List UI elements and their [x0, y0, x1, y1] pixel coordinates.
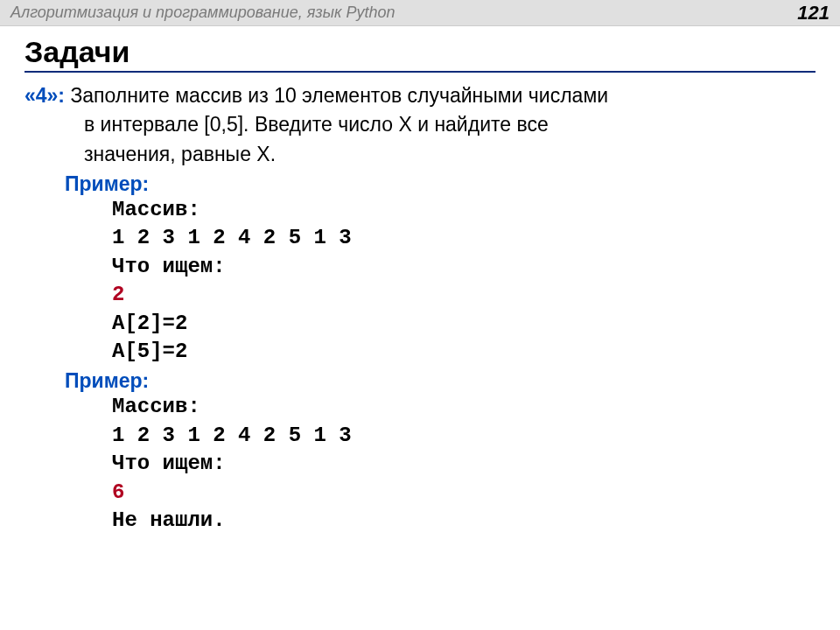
example1-array-values: 1 2 3 1 2 4 2 5 1 3 [24, 224, 816, 252]
example2-label: Пример: [24, 369, 816, 393]
example1-search-value: 2 [24, 281, 816, 309]
example1-search-label: Что ищем: [24, 253, 816, 281]
task-block: «4»: Заполните массив из 10 элементов сл… [24, 81, 816, 535]
example2-result: Не нашли. [24, 507, 816, 535]
example1-result1: A[2]=2 [24, 310, 816, 338]
example1-result2: A[5]=2 [24, 338, 816, 366]
example2-array-values: 1 2 3 1 2 4 2 5 1 3 [24, 422, 816, 450]
header-title: Алгоритмизация и программирование, язык … [10, 4, 395, 22]
example1-label: Пример: [24, 172, 816, 196]
task-first-line: «4»: Заполните массив из 10 элементов сл… [24, 81, 816, 110]
page-number: 121 [797, 2, 830, 24]
example2-search-label: Что ищем: [24, 450, 816, 478]
task-text-line2: в интервале [0,5]. Введите число X и най… [24, 110, 816, 139]
task-text-line1: Заполните массив из 10 элементов случайн… [70, 81, 608, 110]
grade-label: «4»: [24, 81, 70, 110]
header-bar: Алгоритмизация и программирование, язык … [0, 0, 840, 26]
example2-array-label: Массив: [24, 393, 816, 421]
task-text-line3: значения, равные X. [24, 140, 816, 169]
slide-content: Задачи «4»: Заполните массив из 10 элеме… [0, 26, 840, 552]
example2-search-value: 6 [24, 479, 816, 507]
example1-array-label: Массив: [24, 196, 816, 224]
section-title: Задачи [24, 35, 816, 73]
